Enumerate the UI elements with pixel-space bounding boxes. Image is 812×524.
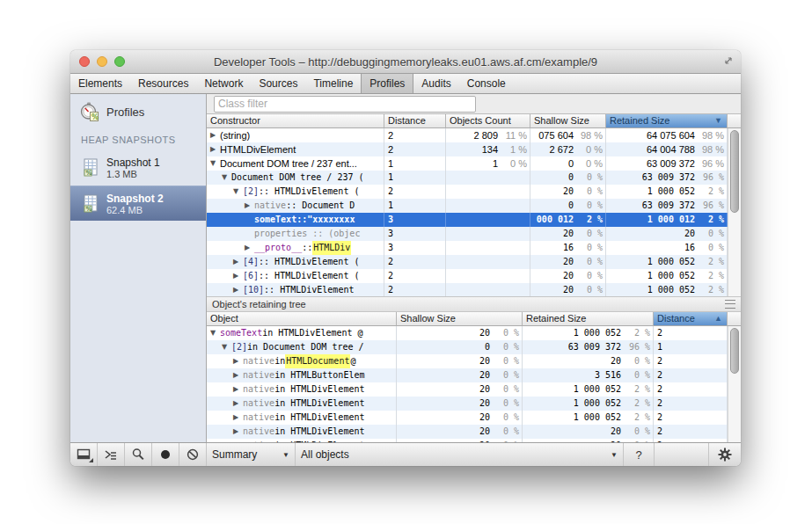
disclosure-collapsed-icon[interactable]: ▶ [210,128,220,142]
row-label-part: native [243,411,274,425]
row-label-part: :: [302,241,312,255]
objects-filter-select[interactable]: All objects▼ [296,443,624,466]
table-row[interactable]: ▶[10] :: HTMLDivElement2200 %1 000 0522 … [207,283,728,296]
row-label-part: [4] [243,255,259,269]
column-header-distance[interactable]: Distance [384,114,446,128]
column-header-objects-count[interactable]: Objects Count [446,114,530,128]
row-label-part: Document DOM tree / 237 ent... [220,156,357,171]
column-header-object[interactable]: Object [207,312,397,326]
disclosure-collapsed-icon[interactable]: ▶ [233,354,243,368]
table-row[interactable]: ▶native in HTMLDivElement200 %200 %2 [207,439,728,442]
table-row[interactable]: ▶native in HTMLDivElement200 %1 000 0522… [207,397,728,411]
tab-elements[interactable]: Elements [70,74,130,93]
tab-timeline[interactable]: Timeline [305,74,361,93]
disclosure-collapsed-icon[interactable]: ▶ [233,439,243,442]
sidebar-item-snapshot-1[interactable]: %Snapshot 11.3 MB [70,150,206,186]
disclosure-collapsed-icon[interactable]: ▶ [245,241,254,255]
table-row[interactable]: someText :: "xxxxxxxx3000 0122 %1 000 01… [207,213,728,227]
scrollbar-thumb[interactable] [730,328,739,374]
disclosure-expanded-icon[interactable]: ▼ [222,340,231,354]
disclosure-collapsed-icon[interactable]: ▶ [233,368,243,382]
panel-menu-icon[interactable] [725,300,735,309]
help-button[interactable]: ? [624,443,655,466]
table-row[interactable]: ▶native :: Document D100 %63 009 37296 % [207,199,728,213]
table-row[interactable]: ▶__proto__ :: HTMLDiv3160 %160 % [207,241,728,255]
view-mode-select[interactable]: Summary▼ [207,443,296,466]
dock-to-main-window-button[interactable] [70,443,98,466]
row-label-part: (string) [220,128,250,142]
tab-network[interactable]: Network [196,74,251,93]
constructor-grid: Constructor Distance Objects Count Shall… [207,114,741,296]
row-label-part: native [243,439,274,442]
chevron-down-icon: ▼ [611,451,618,459]
sidebar-profiles-label[interactable]: Profiles [106,106,144,119]
table-row[interactable]: ▶native in HTMLDivElement200 %1 000 0522… [207,411,728,425]
scrollbar-thumb[interactable] [730,130,739,213]
resize-icon[interactable] [723,55,734,66]
column-header-retained-size[interactable]: Retained Size▼ [606,114,728,128]
snapshot-name: Snapshot 1 [106,156,160,169]
column-header-constructor[interactable]: Constructor [207,114,384,128]
svg-text:%: % [85,170,91,177]
table-row[interactable]: ▶native in HTMLDivElement200 %1 000 0522… [207,382,728,397]
disclosure-collapsed-icon[interactable]: ▶ [233,425,243,439]
column-header-retained-size[interactable]: Retained Size [523,312,654,326]
screenshot-canvas: Developer Tools – http://debuggingmemory… [0,0,812,524]
row-label-part: in HTMLDivElement [274,397,364,411]
disclosure-expanded-icon[interactable]: ▼ [233,185,243,199]
sidebar-item-snapshot-2[interactable]: %Snapshot 262.4 MB [70,186,206,221]
show-console-button[interactable] [98,443,125,466]
disclosure-collapsed-icon[interactable]: ▶ [233,269,243,283]
tab-sources[interactable]: Sources [251,74,305,93]
chevron-down-icon: ▼ [282,451,289,459]
row-label-part: HTMLDocument [285,354,350,368]
table-row[interactable]: ▶(string)22 80911 %075 60498 %64 075 604… [207,128,728,142]
settings-gear-button[interactable] [708,443,741,466]
disclosure-collapsed-icon[interactable]: ▶ [233,255,243,269]
disclosure-collapsed-icon[interactable]: ▶ [233,411,243,425]
retaining-scrollbar[interactable] [728,326,741,442]
disclosure-collapsed-icon[interactable]: ▶ [233,397,243,411]
tab-console[interactable]: Console [459,74,514,93]
disclosure-collapsed-icon[interactable]: ▶ [233,382,243,397]
table-row[interactable]: ▶[4] :: HTMLDivElement (2200 %1 000 0522… [207,255,728,269]
table-row[interactable]: ▼Document DOM tree / 237 ent...110 %00 %… [207,156,728,171]
disclosure-collapsed-icon[interactable]: ▶ [233,283,243,296]
disclosure-collapsed-icon[interactable]: ▶ [210,142,220,156]
minimize-button[interactable] [97,56,107,67]
row-label-part: :: Document D [286,199,355,213]
clear-profiles-button[interactable] [179,443,207,466]
table-row[interactable]: ▶native in HTMLDivElement200 %200 %2 [207,425,728,439]
snapshot-size: 62.4 MB [106,205,164,215]
table-row[interactable]: properties :: (objec3200 %200 % [207,227,728,241]
record-heap-snapshot-button[interactable] [152,443,179,466]
search-button[interactable] [125,443,152,466]
sort-desc-icon: ▼ [714,116,722,125]
tab-resources[interactable]: Resources [130,74,196,93]
disclosure-expanded-icon[interactable]: ▼ [222,171,231,185]
table-row[interactable]: ▶HTMLDivElement21341 %2 6720 %64 004 788… [207,142,728,156]
table-row[interactable]: ▼Document DOM tree / 237 (100 %63 009 37… [207,171,728,185]
close-button[interactable] [79,56,90,67]
tab-audits[interactable]: Audits [413,74,458,93]
disclosure-collapsed-icon[interactable]: ▶ [245,199,254,213]
row-label-part: native [254,199,286,213]
column-header-distance[interactable]: Distance▲ [654,312,728,326]
disclosure-expanded-icon[interactable]: ▼ [210,156,220,171]
retaining-tree-title: Object's retaining tree [212,299,306,309]
class-filter-input[interactable] [214,96,476,113]
table-row[interactable]: ▶native in HTMLDocument @200 %200 %2 [207,354,728,368]
constructor-scrollbar[interactable] [728,128,741,296]
table-row[interactable]: ▼[2] in Document DOM tree /00 %63 009 37… [207,340,728,354]
table-row[interactable]: ▶[6] :: HTMLDivElement (2200 %1 000 0522… [207,269,728,283]
disclosure-expanded-icon[interactable]: ▼ [210,326,220,340]
row-label-part: :: HTMLDivElement ( [259,255,359,269]
table-row[interactable]: ▼[2] :: HTMLDivElement (2200 %1 000 0522… [207,185,728,199]
table-row[interactable]: ▼someText in HTMLDivElement @200 %1 000 … [207,326,728,340]
table-row[interactable]: ▶native in HTMLButtonElem200 %3 5160 %2 [207,368,728,382]
zoom-button[interactable] [114,56,125,67]
column-header-shallow-size[interactable]: Shallow Size [530,114,606,128]
column-header-shallow-size[interactable]: Shallow Size [397,312,523,326]
row-label-part: :: HTMLDivElement ( [259,185,359,199]
tab-profiles[interactable]: Profiles [361,74,413,93]
